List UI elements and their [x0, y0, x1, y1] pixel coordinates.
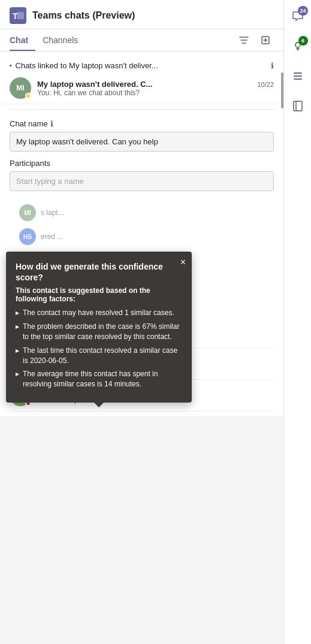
chat-name-label-text: Chat name	[10, 119, 48, 128]
chat-item[interactable]: MI My laptop wasn't delivered. C... 10/2…	[0, 72, 283, 104]
form-area: Chat name ℹ Participants	[0, 114, 283, 198]
chat-name-label: Chat name ℹ	[10, 119, 274, 128]
compose-icon	[261, 35, 270, 45]
partial-item-2: HS ered ...	[10, 225, 274, 249]
filter-button[interactable]	[235, 32, 252, 49]
tab-channels[interactable]: Channels	[43, 29, 85, 51]
chat-group-title: Chats linked to My laptop wasn't deliver…	[16, 61, 267, 70]
participants-input[interactable]	[10, 171, 274, 191]
tab-chat[interactable]: Chat	[10, 29, 35, 51]
tooltip-item-4: The average time this contact has spent …	[16, 369, 182, 389]
chat-sidebar-btn[interactable]: 24	[286, 5, 309, 28]
chat-name-input[interactable]	[10, 132, 274, 152]
page-title: Teams chats (Preview)	[32, 10, 274, 21]
participants-label: Participants	[10, 159, 274, 168]
right-sidebar: 24 6	[283, 0, 311, 644]
tooltip-item-1: The contact may have resolved 1 similar …	[16, 308, 182, 318]
tooltip-item-2: The problem described in the case is 67%…	[16, 322, 182, 342]
tabs-bar: Chat Channels	[0, 29, 283, 52]
main-panel: T Teams chats (Preview) Chat Channels	[0, 0, 283, 416]
filter-icon	[239, 35, 249, 45]
list-icon	[292, 70, 304, 82]
divider	[10, 109, 274, 110]
tab-actions	[235, 32, 274, 49]
confidence-tooltip: × How did we generate this confidence sc…	[6, 252, 192, 403]
chat-name-info-icon[interactable]: ℹ	[50, 119, 53, 128]
chat-preview: You: Hi, can we chat about this?	[37, 89, 274, 97]
group-info-icon[interactable]: ℹ	[271, 61, 274, 70]
svg-rect-4	[294, 101, 302, 111]
chat-time: 10/22	[257, 81, 274, 88]
book-sidebar-btn[interactable]	[286, 95, 309, 117]
tooltip-title: How did we generate this confidence scor…	[16, 261, 182, 283]
chat-info: My laptop wasn't delivered. C... 10/22 Y…	[37, 80, 274, 97]
list-sidebar-btn[interactable]	[286, 65, 309, 87]
svg-rect-1	[294, 72, 302, 74]
chat-name: My laptop wasn't delivered. C...	[37, 80, 252, 89]
lightbulb-sidebar-btn[interactable]: 6	[286, 35, 309, 58]
lightbulb-badge: 6	[298, 36, 308, 46]
partial-avatar-2: HS	[19, 228, 36, 245]
tooltip-item-3: The last time this contact resolved a si…	[16, 346, 182, 366]
chat-badge: 24	[298, 6, 307, 16]
chat-name-row: My laptop wasn't delivered. C... 10/22	[37, 80, 274, 89]
chat-list-area: MI My laptop wasn't delivered. C... 10/2…	[0, 72, 283, 104]
status-indicator	[25, 93, 31, 99]
compose-button[interactable]	[257, 32, 274, 49]
svg-rect-3	[294, 78, 302, 80]
header: T Teams chats (Preview)	[0, 0, 283, 29]
teams-logo-icon: T	[10, 7, 26, 24]
partial-text-1: s lapt...	[41, 208, 64, 217]
tooltip-subtitle: This contact is suggested based on the f…	[16, 286, 182, 303]
partial-text-2: ered ...	[41, 232, 63, 241]
tooltip-list: The contact may have resolved 1 similar …	[16, 308, 182, 389]
partial-items-area: MI s lapt... HS ered ...	[0, 198, 283, 251]
avatar-initials: MI	[16, 84, 24, 92]
bullet-icon: •	[10, 62, 12, 69]
participants-label-text: Participants	[10, 159, 50, 168]
book-icon	[292, 100, 304, 112]
avatar: MI	[10, 77, 31, 99]
svg-rect-7	[17, 12, 24, 19]
partial-item-1: MI s lapt...	[10, 201, 274, 225]
svg-rect-2	[294, 75, 302, 77]
tooltip-close-button[interactable]: ×	[180, 258, 186, 267]
chat-group-header: • Chats linked to My laptop wasn't deliv…	[0, 56, 283, 72]
partial-avatar-1: MI	[19, 204, 36, 221]
